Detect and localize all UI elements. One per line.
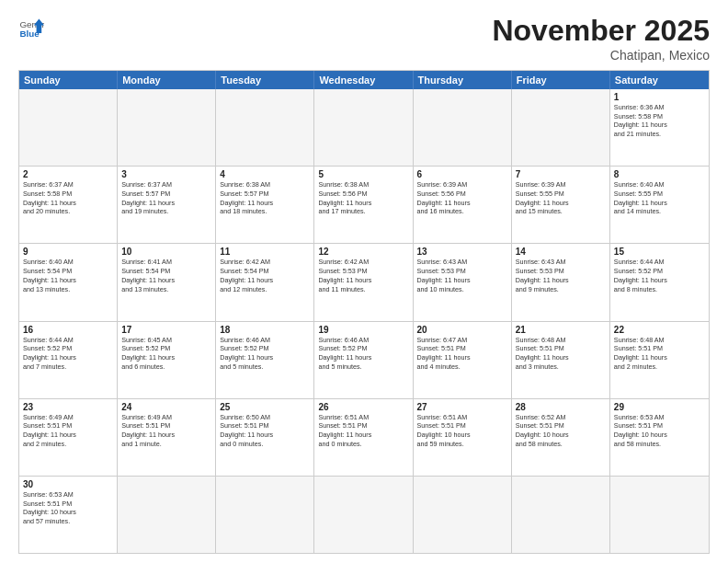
cal-cell-0-4 [414,89,512,166]
week-row-4: 23Sunrise: 6:49 AM Sunset: 5:51 PM Dayli… [19,399,709,477]
daylight-hours: Sunrise: 6:42 AM Sunset: 5:53 PM Dayligh… [318,258,408,293]
cal-cell-1-6: 8Sunrise: 6:40 AM Sunset: 5:55 PM Daylig… [610,167,709,243]
daylight-hours: Sunrise: 6:40 AM Sunset: 5:54 PM Dayligh… [23,258,113,293]
day-number: 15 [614,247,705,257]
cal-cell-1-3: 5Sunrise: 6:38 AM Sunset: 5:56 PM Daylig… [314,167,413,243]
day-number: 1 [614,92,705,102]
calendar-body: 1Sunrise: 6:36 AM Sunset: 5:58 PM Daylig… [19,89,709,553]
day-number: 13 [417,247,507,257]
cal-cell-2-6: 15Sunrise: 6:44 AM Sunset: 5:52 PM Dayli… [610,244,709,320]
cal-cell-3-4: 20Sunrise: 6:47 AM Sunset: 5:51 PM Dayli… [414,322,512,398]
day-number: 24 [121,402,211,412]
day-number: 28 [516,402,606,412]
day-number: 12 [318,247,408,257]
header-saturday: Saturday [610,71,709,89]
daylight-hours: Sunrise: 6:50 AM Sunset: 5:51 PM Dayligh… [220,413,310,449]
daylight-hours: Sunrise: 6:37 AM Sunset: 5:57 PM Dayligh… [121,180,211,216]
day-number: 5 [318,169,408,179]
cal-cell-3-2: 18Sunrise: 6:46 AM Sunset: 5:52 PM Dayli… [216,322,314,398]
daylight-hours: Sunrise: 6:48 AM Sunset: 5:51 PM Dayligh… [516,336,606,372]
header-tuesday: Tuesday [216,71,314,89]
cal-cell-2-1: 10Sunrise: 6:41 AM Sunset: 5:54 PM Dayli… [118,244,216,320]
daylight-hours: Sunrise: 6:49 AM Sunset: 5:51 PM Dayligh… [23,413,113,449]
cal-cell-1-5: 7Sunrise: 6:39 AM Sunset: 5:55 PM Daylig… [512,167,610,243]
cal-cell-4-0: 23Sunrise: 6:49 AM Sunset: 5:51 PM Dayli… [19,399,118,476]
cal-cell-5-5 [512,477,610,553]
cal-cell-4-4: 27Sunrise: 6:51 AM Sunset: 5:51 PM Dayli… [414,399,512,476]
month-year: November 2025 [492,14,710,48]
cal-cell-4-3: 26Sunrise: 6:51 AM Sunset: 5:51 PM Dayli… [314,399,413,476]
header-wednesday: Wednesday [314,71,413,89]
cal-cell-3-5: 21Sunrise: 6:48 AM Sunset: 5:51 PM Dayli… [512,322,610,398]
day-number: 22 [614,325,705,335]
calendar: Sunday Monday Tuesday Wednesday Thursday… [18,70,710,554]
cal-cell-5-0: 30Sunrise: 6:53 AM Sunset: 5:51 PM Dayli… [19,477,118,553]
header-sunday: Sunday [19,71,118,89]
day-number: 16 [23,325,113,335]
day-number: 10 [121,247,211,257]
cal-cell-5-4 [414,477,512,553]
cal-cell-0-1 [118,89,216,166]
day-number: 30 [23,479,113,489]
header: General Blue November 2025 Chatipan, Mex… [18,14,710,63]
week-row-1: 2Sunrise: 6:37 AM Sunset: 5:58 PM Daylig… [19,167,709,244]
daylight-hours: Sunrise: 6:43 AM Sunset: 5:53 PM Dayligh… [417,258,507,293]
week-row-5: 30Sunrise: 6:53 AM Sunset: 5:51 PM Dayli… [19,477,709,553]
day-number: 7 [516,169,606,179]
location: Chatipan, Mexico [492,48,710,63]
day-number: 3 [121,169,211,179]
logo: General Blue [18,14,44,40]
logo-icon: General Blue [18,14,44,40]
daylight-hours: Sunrise: 6:53 AM Sunset: 5:51 PM Dayligh… [614,413,705,449]
daylight-hours: Sunrise: 6:53 AM Sunset: 5:51 PM Dayligh… [23,490,113,526]
day-number: 19 [318,325,408,335]
page: General Blue November 2025 Chatipan, Mex… [0,0,728,563]
day-number: 17 [121,325,211,335]
day-number: 18 [220,325,310,335]
day-number: 9 [23,247,113,257]
header-thursday: Thursday [414,71,512,89]
daylight-hours: Sunrise: 6:41 AM Sunset: 5:54 PM Dayligh… [121,258,211,293]
cal-cell-1-1: 3Sunrise: 6:37 AM Sunset: 5:57 PM Daylig… [118,167,216,243]
daylight-hours: Sunrise: 6:51 AM Sunset: 5:51 PM Dayligh… [318,413,408,449]
cal-cell-3-6: 22Sunrise: 6:48 AM Sunset: 5:51 PM Dayli… [610,322,709,398]
cal-cell-1-0: 2Sunrise: 6:37 AM Sunset: 5:58 PM Daylig… [19,167,118,243]
daylight-hours: Sunrise: 6:48 AM Sunset: 5:51 PM Dayligh… [614,336,705,372]
title-section: November 2025 Chatipan, Mexico [492,14,710,63]
cal-cell-0-6: 1Sunrise: 6:36 AM Sunset: 5:58 PM Daylig… [610,89,709,166]
cal-cell-0-5 [512,89,610,166]
cal-cell-4-6: 29Sunrise: 6:53 AM Sunset: 5:51 PM Dayli… [610,399,709,476]
day-number: 11 [220,247,310,257]
day-number: 6 [417,169,507,179]
daylight-hours: Sunrise: 6:38 AM Sunset: 5:57 PM Dayligh… [220,180,310,216]
day-number: 20 [417,325,507,335]
daylight-hours: Sunrise: 6:40 AM Sunset: 5:55 PM Dayligh… [614,180,705,216]
daylight-hours: Sunrise: 6:36 AM Sunset: 5:58 PM Dayligh… [614,103,705,139]
cal-cell-3-1: 17Sunrise: 6:45 AM Sunset: 5:52 PM Dayli… [118,322,216,398]
cal-cell-4-2: 25Sunrise: 6:50 AM Sunset: 5:51 PM Dayli… [216,399,314,476]
daylight-hours: Sunrise: 6:38 AM Sunset: 5:56 PM Dayligh… [318,180,408,216]
cal-cell-0-3 [314,89,413,166]
cal-cell-5-6 [610,477,709,553]
daylight-hours: Sunrise: 6:42 AM Sunset: 5:54 PM Dayligh… [220,258,310,293]
daylight-hours: Sunrise: 6:39 AM Sunset: 5:56 PM Dayligh… [417,180,507,216]
daylight-hours: Sunrise: 6:37 AM Sunset: 5:58 PM Dayligh… [23,180,113,216]
daylight-hours: Sunrise: 6:44 AM Sunset: 5:52 PM Dayligh… [23,336,113,372]
day-number: 21 [516,325,606,335]
cal-cell-0-2 [216,89,314,166]
cal-cell-4-1: 24Sunrise: 6:49 AM Sunset: 5:51 PM Dayli… [118,399,216,476]
day-number: 27 [417,402,507,412]
cal-cell-5-1 [118,477,216,553]
day-number: 8 [614,169,705,179]
daylight-hours: Sunrise: 6:47 AM Sunset: 5:51 PM Dayligh… [417,336,507,372]
cal-cell-0-0 [19,89,118,166]
day-number: 14 [516,247,606,257]
daylight-hours: Sunrise: 6:43 AM Sunset: 5:53 PM Dayligh… [516,258,606,293]
day-number: 2 [23,169,113,179]
cal-cell-3-0: 16Sunrise: 6:44 AM Sunset: 5:52 PM Dayli… [19,322,118,398]
cal-cell-4-5: 28Sunrise: 6:52 AM Sunset: 5:51 PM Dayli… [512,399,610,476]
daylight-hours: Sunrise: 6:52 AM Sunset: 5:51 PM Dayligh… [516,413,606,449]
day-number: 29 [614,402,705,412]
cal-cell-2-0: 9Sunrise: 6:40 AM Sunset: 5:54 PM Daylig… [19,244,118,320]
day-number: 4 [220,169,310,179]
